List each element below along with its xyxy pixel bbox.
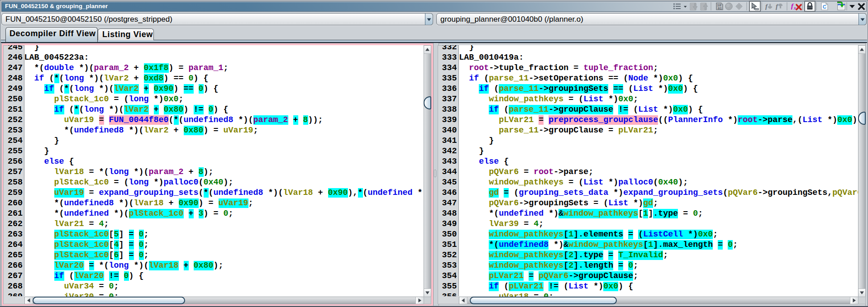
svg-text:f: f — [776, 3, 779, 10]
svg-text:x: x — [793, 5, 796, 10]
svg-text:01: 01 — [718, 7, 722, 10]
svg-text:C: C — [823, 4, 826, 9]
svg-text:f: f — [765, 3, 768, 10]
